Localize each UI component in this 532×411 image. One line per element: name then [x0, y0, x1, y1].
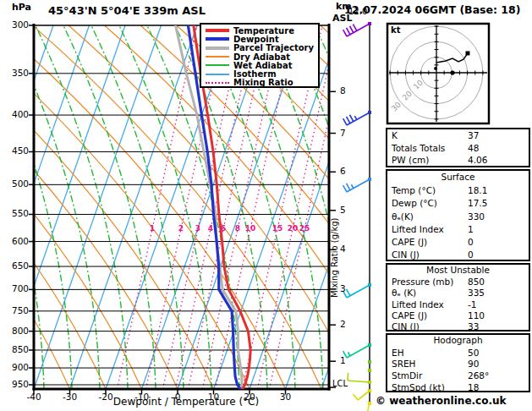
stat-label: CIN (J) [392, 321, 420, 332]
wind-barb-tick [353, 25, 356, 31]
wet-adiabat-line [0, 25, 44, 389]
wind-level-marker [368, 369, 371, 372]
isotherm-line [34, 25, 162, 389]
stat-value: 48 [468, 143, 479, 153]
stats-table-surface: SurfaceTemp (°C)18.1Dewp (°C)17.5θₑ(K)33… [386, 169, 530, 261]
stat-value: 110 [468, 310, 485, 321]
legend-swatch [206, 47, 229, 50]
wet-adiabat-line [8, 25, 100, 389]
stat-value: -1 [468, 299, 476, 310]
legend-item: Parcel Trajectory [206, 44, 318, 52]
legend-item: Wet Adiabat [206, 61, 318, 69]
table-row: SREH90 [387, 358, 529, 370]
wind-barb-tick [347, 184, 350, 190]
wind-barb-tick [343, 30, 347, 36]
legend-item: Dewpoint [206, 35, 318, 43]
wind-barb-half-tick [351, 184, 353, 188]
stat-value: 268° [468, 370, 489, 381]
wind-barb-tick [348, 373, 348, 381]
wind-barb-shaft [358, 391, 370, 400]
table-title: Surface [387, 171, 529, 184]
table-row: PW (cm)4.06 [387, 154, 529, 167]
table-row: CAPE (J)110 [387, 310, 529, 321]
stat-value: 90 [468, 359, 479, 369]
wind-barb-tick [347, 28, 350, 35]
wind-barb-half-tick [348, 352, 350, 355]
stat-label: θₑ(K) [392, 211, 414, 222]
stat-label: SREH [392, 359, 416, 369]
table-row: StmDir268° [387, 370, 529, 381]
table-row: CIN (J)0 [387, 249, 529, 261]
table-row: CIN (J)33 [387, 321, 529, 332]
wind-barb-column [343, 22, 371, 411]
legend-box: TemperatureDewpointParcel TrajectoryDry … [200, 23, 320, 88]
stat-label: PW (cm) [392, 155, 429, 165]
stats-table-indices: K37Totals Totals48PW (cm)4.06 [386, 128, 530, 167]
stat-value: 335 [468, 288, 485, 298]
mixing-ratio-line [117, 25, 197, 389]
stat-value: 0 [468, 237, 474, 247]
stat-value: 4.06 [468, 155, 487, 165]
table-row: Pressure (mb)850 [387, 276, 529, 287]
dry-adiabat-line [0, 25, 142, 389]
dry-adiabat-line [0, 25, 213, 389]
wind-level-marker [368, 360, 371, 364]
stats-table-hodograph: HodographEH50SREH90StmDir268°StmSpd (kt)… [386, 333, 530, 392]
hodograph-top-marker [465, 51, 469, 55]
wind-barb-tick [343, 185, 347, 192]
table-row: θₑ(K)330 [387, 210, 529, 222]
legend-swatch [206, 82, 229, 84]
legend-swatch [206, 29, 229, 32]
wind-barb-half-tick [354, 116, 356, 119]
stat-label: CAPE (J) [392, 237, 427, 247]
wind-barb-tick [349, 115, 353, 122]
stat-label: θₑ (K) [392, 288, 416, 298]
skewt-sounding-app: hPa 45°43'N 5°04'E 339m ASL 12.07.2024 0… [0, 0, 532, 411]
stat-value: 18 [468, 382, 479, 392]
stat-value: 50 [468, 348, 479, 358]
legend-swatch [206, 37, 229, 41]
legend-label: Mixing Ratio [233, 78, 293, 87]
table-row: EH50 [387, 347, 529, 359]
stats-table-most-unstable: Most UnstablePressure (mb)850θₑ (K)335Li… [386, 263, 530, 332]
table-row: θₑ (K)335 [387, 288, 529, 299]
stat-label: K [392, 130, 398, 140]
table-title: Most Unstable [387, 265, 529, 276]
stat-value: 18.1 [468, 185, 487, 195]
table-title: Hodograph [387, 335, 529, 347]
stat-value: 330 [468, 211, 485, 222]
stat-value: 33 [468, 321, 479, 332]
stat-label: Lifted Index [392, 224, 444, 234]
isotherm-line [0, 25, 125, 389]
isotherm-line [0, 25, 53, 389]
hodograph-plot [387, 24, 489, 123]
table-row: StmSpd (kt)18 [387, 381, 529, 393]
stat-label: Pressure (mb) [392, 277, 453, 287]
stat-value: 37 [468, 130, 479, 140]
table-row: Temp (°C)18.1 [387, 184, 529, 196]
legend-swatch [206, 74, 229, 75]
stat-label: CIN (J) [392, 249, 420, 260]
wind-barb-tick [347, 289, 350, 296]
table-row: Totals Totals48 [387, 142, 529, 155]
table-row: Lifted Index-1 [387, 299, 529, 310]
legend-swatch [206, 56, 229, 58]
table-row: CAPE (J)0 [387, 235, 529, 248]
stat-label: Temp (°C) [392, 185, 436, 195]
stat-value: 0 [468, 249, 474, 260]
legend-swatch [206, 64, 229, 66]
wet-adiabat-line [0, 25, 16, 389]
stat-label: StmSpd (kt) [392, 382, 445, 392]
table-row: Dewp (°C)17.5 [387, 197, 529, 210]
hodograph-surface-marker [434, 67, 437, 70]
table-row: Lifted Index1 [387, 222, 529, 235]
stat-label: Totals Totals [392, 143, 445, 153]
stat-value: 17.5 [468, 198, 487, 208]
wind-barb-tick [349, 26, 353, 33]
stat-label: Dewp (°C) [392, 198, 437, 208]
stat-label: EH [392, 348, 404, 358]
hodograph-frame [387, 24, 489, 123]
wind-barb-tick [343, 118, 347, 125]
isotherm-line [0, 25, 18, 389]
legend-item: Mixing Ratio [206, 79, 318, 87]
